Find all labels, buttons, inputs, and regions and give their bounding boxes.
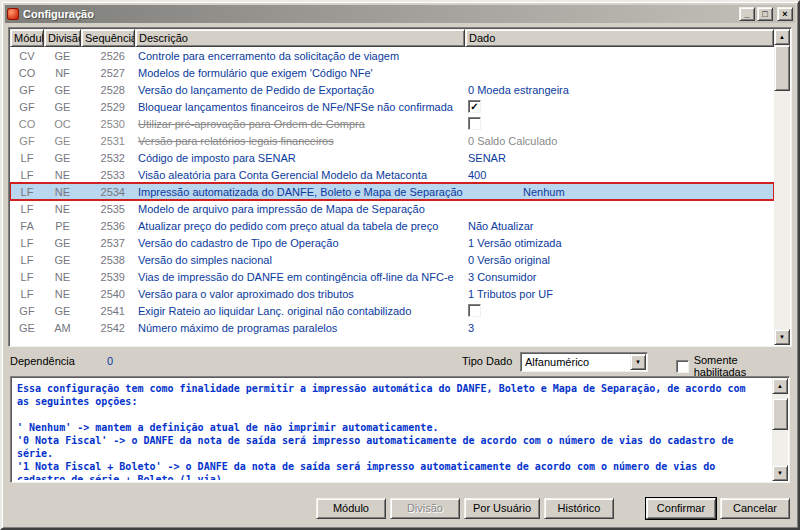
row-value-checkbox[interactable]: ✓ xyxy=(468,100,481,113)
cell-divisao: NE xyxy=(44,186,81,198)
cell-modulo: LF xyxy=(10,152,44,164)
cell-divisao: GE xyxy=(44,84,81,96)
confirmar-button[interactable]: Confirmar xyxy=(646,498,716,519)
tipo-dado-label: Tipo Dado xyxy=(462,355,512,367)
minimize-button[interactable]: _ xyxy=(739,7,755,21)
table-row[interactable]: LF GE 2538 Versão do simples nacional 0 … xyxy=(10,251,774,268)
cell-descricao: Visão aleatória para Conta Gerencial Mod… xyxy=(135,169,465,181)
tipo-dado-select[interactable]: Alfanumérico ▼ xyxy=(520,352,648,372)
cell-modulo: GF xyxy=(10,305,44,317)
cell-modulo: LF xyxy=(10,288,44,300)
cell-divisao: NF xyxy=(44,67,81,79)
cell-sequencia: 2535 xyxy=(81,203,135,215)
cell-sequencia: 2527 xyxy=(81,67,135,79)
cell-modulo: FA xyxy=(10,220,44,232)
cell-modulo: LF xyxy=(10,254,44,266)
footer-strip: Dependência 0 Tipo Dado Alfanumérico ▼ S… xyxy=(10,352,790,372)
divisao-button: Divisão xyxy=(390,498,460,519)
desc-scrollbar-thumb[interactable] xyxy=(772,398,788,430)
column-header-dado[interactable]: Dado xyxy=(465,29,774,47)
cell-descricao: Utilizar pré-aprovação para Ordem de Com… xyxy=(135,118,465,130)
row-value-checkbox[interactable] xyxy=(468,304,481,317)
cell-dado: ✓ xyxy=(465,100,774,114)
table-row[interactable]: CO OC 2530 Utilizar pré-aprovação para O… xyxy=(10,115,774,132)
button-bar: Módulo Divisão Por Usuário Histórico Con… xyxy=(8,497,790,519)
table-row[interactable]: CO NF 2527 Modelos de formulário que exi… xyxy=(10,64,774,81)
cancelar-button[interactable]: Cancelar xyxy=(720,498,790,519)
table-row[interactable]: GF GE 2541 Exigir Rateio ao liquidar Lan… xyxy=(10,302,774,319)
cell-sequencia: 2537 xyxy=(81,237,135,249)
cell-divisao: NE xyxy=(44,203,81,215)
somente-habilitadas-group[interactable]: Somente habilitadas xyxy=(676,354,790,378)
cell-modulo: GF xyxy=(10,101,44,113)
scroll-up-icon[interactable]: ▲ xyxy=(774,29,790,45)
table-row[interactable]: GF GE 2528 Versão do lançamento de Pedid… xyxy=(10,81,774,98)
config-table: Módulo Divisão Sequência Descrição Dado … xyxy=(8,27,792,347)
table-row[interactable]: LF NE 2534 Impressão automatizada do DAN… xyxy=(10,183,774,200)
cell-descricao: Código de imposto para SENAR xyxy=(135,152,465,164)
modulo-button[interactable]: Módulo xyxy=(316,498,386,519)
cell-dado: 1 Versão otimizada xyxy=(465,237,774,249)
cell-modulo: LF xyxy=(10,237,44,249)
cell-descricao: Versão do cadastro de Tipo de Operação xyxy=(135,237,465,249)
cell-sequencia: 2542 xyxy=(81,322,135,334)
cell-divisao: NE xyxy=(44,271,81,283)
table-row[interactable]: LF NE 2535 Modelo de arquivo para impres… xyxy=(10,200,774,217)
description-scrollbar[interactable]: ▲ ▼ xyxy=(772,378,788,481)
table-row[interactable]: CV GE 2526 Controle para encerramento da… xyxy=(10,47,774,64)
desc-scroll-down-icon[interactable]: ▼ xyxy=(772,465,788,481)
dependencia-value: 0 xyxy=(107,355,113,367)
table-row[interactable]: GF GE 2529 Bloquear lançamentos financei… xyxy=(10,98,774,115)
historico-button[interactable]: Histórico xyxy=(544,498,614,519)
close-button[interactable]: × xyxy=(777,7,793,21)
cell-sequencia: 2526 xyxy=(81,50,135,62)
cell-sequencia: 2536 xyxy=(81,220,135,232)
row-value-checkbox[interactable] xyxy=(468,117,481,130)
scroll-down-icon[interactable]: ▼ xyxy=(774,329,790,345)
cell-sequencia: 2530 xyxy=(81,118,135,130)
cell-dado: 3 xyxy=(465,322,774,334)
config-window: Configuração _ □ × Módulo Divisão Sequên… xyxy=(0,0,800,530)
cell-sequencia: 2541 xyxy=(81,305,135,317)
scrollbar-thumb[interactable] xyxy=(774,45,790,91)
somente-habilitadas-checkbox[interactable] xyxy=(676,360,689,373)
cell-dado xyxy=(465,304,774,318)
cell-modulo: GF xyxy=(10,84,44,96)
table-row[interactable]: LF NE 2533 Visão aleatória para Conta Ge… xyxy=(10,166,774,183)
cell-dado: 0 Versão original xyxy=(465,254,774,266)
table-row[interactable]: LF NE 2540 Versão para o valor aproximad… xyxy=(10,285,774,302)
table-row[interactable]: LF GE 2532 Código de imposto para SENAR … xyxy=(10,149,774,166)
cell-descricao: Versão do lançamento de Pedido de Export… xyxy=(135,84,465,96)
table-row[interactable]: LF NE 2539 Vias de impressão do DANFE em… xyxy=(10,268,774,285)
cell-divisao: GE xyxy=(44,305,81,317)
table-row[interactable]: FA PE 2536 Atualizar preço do pedido com… xyxy=(10,217,774,234)
cell-modulo: LF xyxy=(10,169,44,181)
cell-divisao: OC xyxy=(44,118,81,130)
cell-dado: Nenhum xyxy=(465,186,774,198)
cell-descricao: Exigir Rateio ao liquidar Lanç. original… xyxy=(135,305,465,317)
table-row[interactable]: GE AM 2542 Número máximo de programas pa… xyxy=(10,319,774,336)
column-header-divisao[interactable]: Divisão xyxy=(44,29,81,47)
por-usuario-button[interactable]: Por Usuário xyxy=(464,498,540,519)
column-header-modulo[interactable]: Módulo xyxy=(10,29,44,47)
table-row[interactable]: LF GE 2537 Versão do cadastro de Tipo de… xyxy=(10,234,774,251)
cell-divisao: GE xyxy=(44,254,81,266)
cell-descricao: Impressão automatizada do DANFE, Boleto … xyxy=(135,186,465,198)
desc-scroll-up-icon[interactable]: ▲ xyxy=(772,378,788,394)
dropdown-arrow-icon[interactable]: ▼ xyxy=(630,354,646,370)
cell-descricao: Controle para encerramento da solicitaçã… xyxy=(135,50,465,62)
table-scrollbar[interactable]: ▲ ▼ xyxy=(774,29,790,345)
tipo-dado-value: Alfanumérico xyxy=(521,356,630,368)
cell-modulo: CO xyxy=(10,118,44,130)
titlebar[interactable]: Configuração _ □ × xyxy=(5,5,795,23)
cell-descricao: Atualizar preço do pedido com preço atua… xyxy=(135,220,465,232)
column-header-descricao[interactable]: Descrição xyxy=(135,29,465,47)
cell-divisao: PE xyxy=(44,220,81,232)
cell-modulo: LF xyxy=(10,203,44,215)
maximize-button[interactable]: □ xyxy=(757,7,773,21)
table-row[interactable]: GF GE 2531 Versão para relatórios legais… xyxy=(10,132,774,149)
column-header-sequencia[interactable]: Sequência xyxy=(81,29,135,47)
cell-dado: SENAR xyxy=(465,152,774,164)
cell-sequencia: 2531 xyxy=(81,135,135,147)
config-table-body: CV GE 2526 Controle para encerramento da… xyxy=(10,47,774,345)
